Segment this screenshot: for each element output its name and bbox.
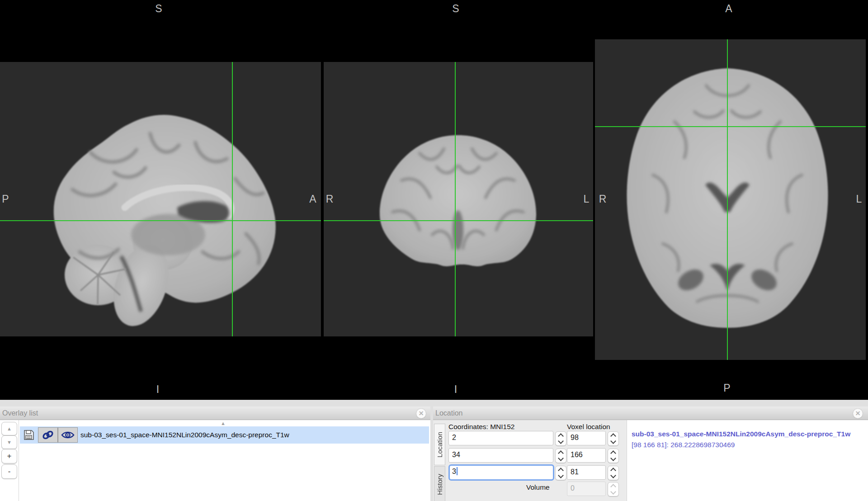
- world-z-stepper[interactable]: [555, 466, 566, 480]
- coordinates-header: Coordinates: MNI152: [448, 423, 514, 431]
- location-panel-title: Location: [433, 406, 868, 420]
- voxel-x-input[interactable]: 98: [567, 431, 606, 445]
- overlay-list-panel: Overlay list ✕ ▲ ▼ + - ▲: [0, 406, 430, 501]
- voxel-y-input[interactable]: 166: [567, 448, 606, 463]
- axial-crosshair-horizontal: [595, 126, 866, 127]
- volume-input: 0: [567, 482, 606, 496]
- tab-location[interactable]: Location: [434, 424, 445, 465]
- ortho-view-area: S P A I S R L I A R L P: [0, 0, 868, 400]
- orientation-label-anterior: A: [725, 3, 732, 15]
- axial-brain-image: [595, 39, 866, 360]
- overlay-info-name: sub-03_ses-01_space-MNI152NLin2009cAsym_…: [632, 430, 850, 438]
- move-overlay-down-button[interactable]: ▼: [1, 435, 17, 449]
- volume-stepper: [608, 482, 619, 496]
- add-overlay-button[interactable]: +: [1, 449, 17, 463]
- coronal-brain-image: [324, 62, 593, 336]
- bottom-panel-area: Overlay list ✕ ▲ ▼ + - ▲: [0, 400, 868, 501]
- orientation-label-right: R: [326, 193, 334, 205]
- eye-icon[interactable]: [58, 427, 78, 443]
- voxel-x-stepper[interactable]: [608, 431, 619, 446]
- voxel-z-input[interactable]: 81: [567, 465, 606, 480]
- overlay-item-name: sub-03_ses-01_space-MNI152NLin2009cAsym_…: [80, 431, 289, 439]
- orientation-label-posterior: P: [723, 382, 730, 394]
- voxel-y-stepper[interactable]: [608, 449, 619, 463]
- sagittal-brain-image: [0, 62, 321, 336]
- text-caret: [457, 467, 458, 475]
- orientation-label-superior: S: [155, 3, 162, 15]
- overlay-list-button-column: ▲ ▼ + -: [0, 420, 19, 501]
- link-icon[interactable]: [38, 427, 58, 443]
- orientation-label-superior: S: [452, 3, 459, 15]
- world-z-input[interactable]: 3: [448, 464, 554, 481]
- orientation-label-left: L: [856, 193, 862, 205]
- voxel-z-stepper[interactable]: [608, 466, 619, 480]
- world-x-stepper[interactable]: [555, 431, 566, 446]
- overlay-info-voxel-value: [98 166 81]: 268.2228698730469: [632, 441, 735, 449]
- sagittal-crosshair-horizontal: [0, 220, 321, 221]
- orientation-label-inferior: I: [454, 383, 457, 396]
- overlay-item-row[interactable]: sub-03_ses-01_space-MNI152NLin2009cAsym_…: [20, 426, 429, 444]
- close-icon[interactable]: ✕: [853, 409, 863, 418]
- orientation-label-inferior: I: [156, 383, 159, 396]
- orientation-label-right: R: [599, 193, 607, 205]
- coronal-crosshair-vertical: [455, 62, 456, 336]
- remove-overlay-button[interactable]: -: [1, 464, 17, 479]
- sagittal-crosshair-vertical: [232, 62, 233, 336]
- sagittal-view-canvas[interactable]: [0, 62, 321, 336]
- orientation-label-left: L: [584, 193, 590, 205]
- orientation-label-posterior: P: [2, 193, 9, 205]
- orientation-label-anterior: A: [309, 193, 316, 205]
- save-icon[interactable]: [20, 429, 38, 441]
- coronal-crosshair-horizontal: [324, 220, 593, 221]
- close-icon[interactable]: ✕: [416, 409, 426, 418]
- tab-history[interactable]: History: [434, 466, 445, 501]
- world-y-stepper[interactable]: [555, 449, 566, 463]
- location-info-area: sub-03_ses-01_space-MNI152NLin2009cAsym_…: [627, 420, 868, 501]
- world-y-input[interactable]: 34: [448, 448, 553, 463]
- volume-label: Volume: [526, 483, 550, 492]
- axial-view-canvas[interactable]: [595, 39, 866, 360]
- coronal-view-canvas[interactable]: [324, 62, 593, 336]
- sort-indicator-icon: ▲: [221, 421, 226, 426]
- world-x-input[interactable]: 2: [448, 431, 553, 445]
- overlay-list-panel-title: Overlay list: [0, 406, 430, 420]
- overlay-list-content: ▲ ▼ + - ▲: [0, 420, 430, 501]
- axial-crosshair-vertical: [727, 39, 728, 360]
- voxel-location-header: Voxel location: [567, 423, 610, 431]
- location-panel: Location ✕ Location History Coordinates:…: [433, 406, 868, 501]
- move-overlay-up-button[interactable]: ▲: [1, 422, 17, 435]
